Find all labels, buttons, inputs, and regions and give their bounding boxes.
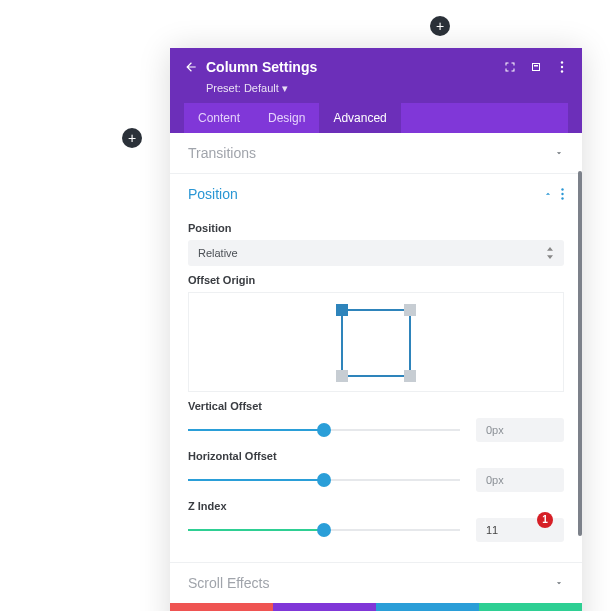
origin-handle-bottom-right[interactable]: [404, 370, 416, 382]
svg-point-5: [561, 197, 563, 199]
panel-footer: [170, 603, 582, 611]
z-index-slider[interactable]: [188, 529, 460, 531]
svg-point-0: [561, 61, 563, 63]
slider-thumb[interactable]: [317, 473, 331, 487]
origin-rect: [341, 309, 411, 377]
section-scroll-effects-header[interactable]: Scroll Effects: [170, 563, 582, 603]
vertical-offset-slider[interactable]: [188, 429, 460, 431]
more-icon[interactable]: [556, 61, 568, 73]
position-select[interactable]: Relative: [188, 240, 564, 266]
preset-dropdown[interactable]: Preset: Default ▾: [206, 82, 568, 95]
z-index-label: Z Index: [188, 500, 564, 512]
svg-point-3: [561, 188, 563, 190]
chevron-down-icon: [554, 148, 564, 158]
offset-origin-picker[interactable]: [188, 292, 564, 392]
slider-thumb[interactable]: [317, 423, 331, 437]
chevron-up-icon: [543, 189, 553, 199]
horizontal-offset-value[interactable]: 0px: [476, 468, 564, 492]
tab-content[interactable]: Content: [184, 103, 254, 133]
section-scroll-effects-title: Scroll Effects: [188, 575, 269, 591]
position-label: Position: [188, 222, 564, 234]
confirm-button[interactable]: [479, 603, 582, 611]
svg-point-2: [561, 70, 563, 72]
chevron-down-icon: [554, 578, 564, 588]
origin-handle-top-left[interactable]: [336, 304, 348, 316]
vertical-offset-value[interactable]: 0px: [476, 418, 564, 442]
panel-header: Column Settings Preset: Default ▾ Conten…: [170, 48, 582, 133]
expand-icon[interactable]: [504, 61, 516, 73]
section-transitions-header[interactable]: Transitions: [170, 133, 582, 173]
offset-origin-label: Offset Origin: [188, 274, 564, 286]
save-icon[interactable]: [530, 61, 542, 73]
section-position-body: Position Relative Offset Origin Vertical…: [170, 222, 582, 563]
slider-thumb[interactable]: [317, 523, 331, 537]
undo-button[interactable]: [273, 603, 376, 611]
position-select-value: Relative: [198, 247, 238, 259]
step-badge: 1: [537, 512, 553, 528]
section-more-icon[interactable]: [561, 188, 564, 200]
add-section-left-button[interactable]: +: [122, 128, 142, 148]
redo-button[interactable]: [376, 603, 479, 611]
cancel-button[interactable]: [170, 603, 273, 611]
tab-design[interactable]: Design: [254, 103, 319, 133]
horizontal-offset-slider[interactable]: [188, 479, 460, 481]
add-section-top-button[interactable]: +: [430, 16, 450, 36]
select-arrows-icon: [546, 247, 554, 259]
panel-title: Column Settings: [206, 59, 496, 75]
svg-point-4: [561, 193, 563, 195]
svg-point-1: [561, 66, 563, 68]
column-settings-panel: Column Settings Preset: Default ▾ Conten…: [170, 48, 582, 611]
origin-handle-bottom-left[interactable]: [336, 370, 348, 382]
origin-handle-top-right[interactable]: [404, 304, 416, 316]
horizontal-offset-label: Horizontal Offset: [188, 450, 564, 462]
scrollbar[interactable]: [578, 171, 582, 536]
back-icon[interactable]: [184, 60, 198, 74]
tabs: Content Design Advanced: [184, 103, 568, 133]
section-position-title: Position: [188, 186, 238, 202]
panel-body: Transitions Position Position Relative O…: [170, 133, 582, 603]
section-transitions-title: Transitions: [188, 145, 256, 161]
vertical-offset-label: Vertical Offset: [188, 400, 564, 412]
section-position-header[interactable]: Position: [170, 174, 582, 214]
tab-advanced[interactable]: Advanced: [319, 103, 400, 133]
